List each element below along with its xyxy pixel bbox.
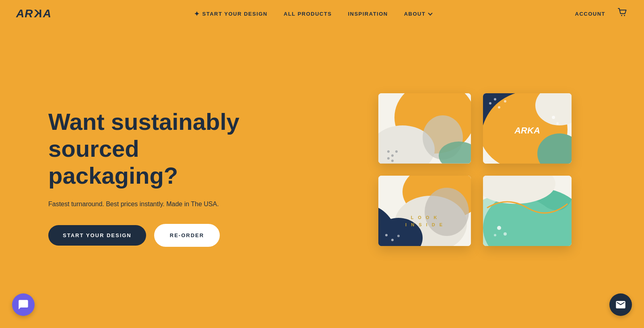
nav-right: ACCOUNT	[575, 7, 628, 20]
nav-start-design-label: START YOUR DESIGN	[202, 11, 268, 17]
nav-inspiration[interactable]: INSPIRATION	[348, 11, 388, 17]
svg-point-23	[556, 122, 559, 125]
svg-point-10	[387, 157, 390, 160]
nav-inspiration-label: INSPIRATION	[348, 11, 388, 17]
hero-title: Want sustainably sourced packaging?	[48, 109, 258, 189]
hero-section: Want sustainably sourced packaging? Fast…	[0, 27, 644, 328]
package-box-3: L O O K I N S I D E	[378, 176, 471, 246]
svg-point-17	[489, 102, 491, 105]
svg-point-0	[621, 15, 622, 16]
svg-point-27	[425, 188, 469, 236]
svg-point-22	[552, 116, 555, 119]
mail-bubble[interactable]	[609, 293, 632, 316]
svg-point-39	[494, 234, 496, 236]
svg-point-31	[397, 235, 400, 237]
svg-text:ARKA: ARKA	[514, 125, 540, 135]
svg-text:I N S I D E: I N S I D E	[405, 222, 444, 227]
navbar: AR K A ✦ START YOUR DESIGN ALL PRODUCTS …	[0, 0, 644, 27]
nav-all-products-label: ALL PRODUCTS	[284, 11, 332, 17]
svg-point-8	[391, 154, 394, 157]
chevron-down-icon	[428, 11, 433, 15]
svg-point-38	[504, 232, 507, 236]
svg-point-9	[395, 150, 398, 153]
package-box-1	[378, 93, 471, 164]
reorder-button[interactable]: RE-ORDER	[154, 224, 220, 247]
svg-point-37	[497, 226, 501, 230]
svg-point-11	[391, 160, 394, 162]
package-box-4	[483, 176, 572, 246]
hero-subtitle: Fastest turnaround. Best prices instantl…	[48, 201, 258, 208]
nav-all-products[interactable]: ALL PRODUCTS	[284, 11, 332, 17]
nav-about-label: ABOUT	[404, 11, 426, 17]
svg-point-29	[385, 234, 388, 236]
nav-links: ✦ START YOUR DESIGN ALL PRODUCTS INSPIRA…	[51, 10, 575, 18]
logo-text: AR	[16, 7, 33, 20]
svg-point-1	[624, 15, 625, 16]
boxes-grid: ARKA	[378, 93, 572, 246]
logo[interactable]: AR K A	[16, 7, 51, 20]
nav-start-design[interactable]: ✦ START YOUR DESIGN	[194, 10, 268, 18]
mail-icon	[615, 299, 626, 310]
chat-icon	[18, 299, 29, 310]
logo-text2: A	[43, 7, 51, 20]
nav-about[interactable]: ABOUT	[404, 11, 432, 17]
sparkle-icon: ✦	[194, 10, 200, 18]
nav-account[interactable]: ACCOUNT	[575, 11, 606, 17]
svg-point-19	[498, 106, 500, 109]
cart-icon[interactable]	[617, 7, 628, 20]
hero-buttons: START YOUR DESIGN RE-ORDER	[48, 224, 258, 247]
hero-images: ARKA	[258, 27, 596, 328]
hero-text: Want sustainably sourced packaging? Fast…	[48, 109, 258, 246]
chat-bubble[interactable]	[12, 293, 35, 316]
start-design-button[interactable]: START YOUR DESIGN	[48, 225, 146, 246]
svg-point-30	[391, 239, 394, 241]
logo-arrow: K	[34, 7, 42, 20]
svg-point-7	[387, 150, 390, 153]
svg-point-18	[494, 98, 496, 100]
svg-text:L O O K: L O O K	[411, 215, 439, 220]
svg-point-20	[504, 100, 506, 102]
package-box-2: ARKA	[483, 93, 572, 164]
